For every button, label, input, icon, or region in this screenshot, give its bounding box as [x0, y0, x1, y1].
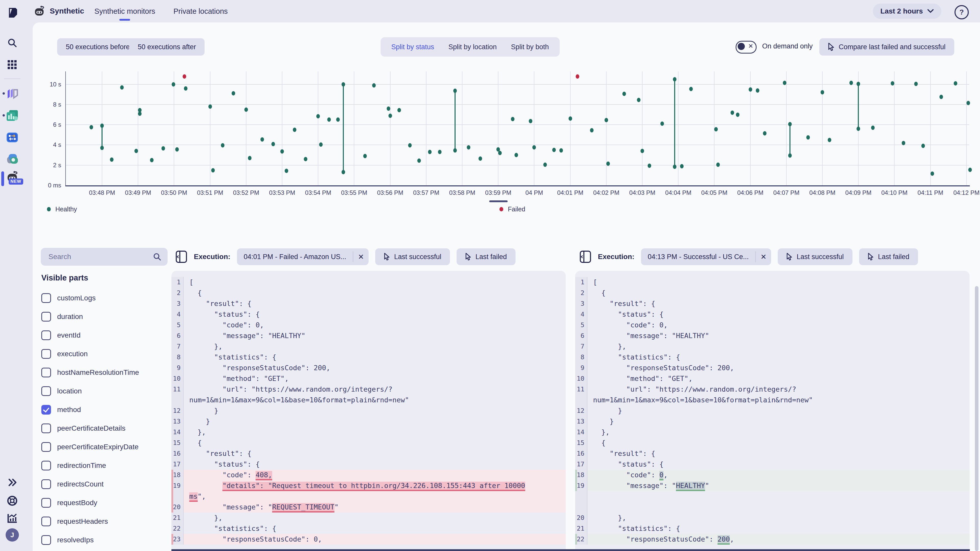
- left-json-diff-panel[interactable]: 1[2 {3 "result": {4 "status": {5 "code":…: [172, 271, 566, 551]
- checkbox-unchecked[interactable]: [41, 312, 51, 322]
- right-json-diff-panel[interactable]: 1[2 {3 "result": {4 "status": {5 "code":…: [575, 271, 970, 551]
- execution-dot-healthy[interactable]: [248, 156, 251, 160]
- collapse-panel-icon[interactable]: [175, 250, 187, 263]
- user-avatar[interactable]: J: [6, 528, 19, 541]
- execution-dot-healthy[interactable]: [871, 126, 875, 130]
- execution-dot-healthy[interactable]: [850, 81, 853, 85]
- filter-item-peerCertificateExpiryDate[interactable]: peerCertificateExpiryDate: [41, 438, 169, 456]
- filter-item-method[interactable]: method: [41, 400, 169, 419]
- execution-dot-healthy[interactable]: [428, 150, 431, 154]
- execution-dot-healthy[interactable]: [211, 168, 215, 172]
- app-dashboards-icon[interactable]: [6, 109, 19, 122]
- expand-rail-icon[interactable]: [6, 476, 19, 489]
- execution-dot-healthy[interactable]: [641, 149, 644, 153]
- execution-dot-healthy[interactable]: [150, 158, 154, 162]
- execution-dot-healthy[interactable]: [921, 144, 925, 148]
- execution-dot-healthy[interactable]: [232, 91, 235, 95]
- execution-dot-failed[interactable]: [576, 75, 579, 79]
- execution-dot-healthy[interactable]: [543, 162, 547, 167]
- execution-dot-healthy[interactable]: [730, 110, 734, 115]
- execution-dot-healthy[interactable]: [175, 148, 179, 152]
- execution-dot-healthy[interactable]: [966, 101, 970, 105]
- filter-item-execution[interactable]: execution: [41, 345, 169, 363]
- execution-dot-healthy[interactable]: [336, 118, 340, 122]
- execution-dot-healthy[interactable]: [689, 87, 693, 91]
- app-services-icon[interactable]: [6, 152, 19, 166]
- execution-dot-healthy[interactable]: [680, 164, 684, 168]
- filter-item-resolvedIps[interactable]: resolvedIps: [41, 530, 169, 549]
- execution-dot-healthy[interactable]: [172, 82, 175, 86]
- search-input[interactable]: [41, 252, 151, 261]
- execution-dot-healthy[interactable]: [293, 128, 296, 132]
- checkbox-unchecked[interactable]: [41, 516, 51, 526]
- app-workflows-icon[interactable]: [6, 130, 19, 144]
- execution-dot-healthy[interactable]: [100, 124, 104, 128]
- execution-dot-healthy[interactable]: [806, 135, 810, 140]
- execution-dot-healthy[interactable]: [714, 127, 718, 132]
- execution-dot-healthy[interactable]: [931, 171, 934, 176]
- execution-dot-healthy[interactable]: [285, 168, 288, 173]
- search-magnifier-icon[interactable]: [153, 252, 161, 261]
- execution-dot-healthy[interactable]: [134, 149, 138, 153]
- execution-dot-healthy[interactable]: [342, 170, 345, 175]
- execution-dot-healthy[interactable]: [408, 143, 412, 148]
- apps-grid-icon[interactable]: [6, 58, 19, 71]
- execution-dot-healthy[interactable]: [184, 86, 188, 91]
- execution-dot-healthy[interactable]: [387, 106, 390, 111]
- left-last-successful-button[interactable]: Last successful: [375, 248, 450, 265]
- usage-chart-icon[interactable]: [6, 511, 19, 525]
- execution-dot-healthy[interactable]: [479, 156, 482, 160]
- app-hub-icon[interactable]: [6, 87, 19, 100]
- checkbox-unchecked[interactable]: [41, 498, 51, 508]
- dynatrace-logo[interactable]: [6, 6, 19, 19]
- execution-dot-healthy[interactable]: [559, 148, 563, 153]
- split-option-split-by-status[interactable]: Split by status: [384, 43, 441, 51]
- execution-dot-healthy[interactable]: [856, 127, 860, 131]
- execution-dot-healthy[interactable]: [372, 83, 376, 87]
- execution-dot-healthy[interactable]: [280, 149, 284, 154]
- execution-dot-healthy[interactable]: [788, 154, 792, 158]
- execution-dot-healthy[interactable]: [467, 145, 470, 150]
- execution-dot-healthy[interactable]: [673, 77, 676, 81]
- execution-dot-healthy[interactable]: [304, 157, 307, 161]
- execution-dot-healthy[interactable]: [821, 90, 824, 95]
- execution-dot-healthy[interactable]: [552, 148, 556, 152]
- execution-dot-healthy[interactable]: [716, 162, 720, 167]
- execution-dot-healthy[interactable]: [529, 119, 532, 124]
- filter-item-hostNameResolutionTime[interactable]: hostNameResolutionTime: [41, 363, 169, 382]
- execution-dot-healthy[interactable]: [438, 150, 442, 154]
- execution-dot-healthy[interactable]: [342, 82, 345, 86]
- execution-dot-healthy[interactable]: [514, 153, 518, 157]
- execution-dot-healthy[interactable]: [914, 82, 918, 86]
- checkbox-unchecked[interactable]: [41, 461, 51, 470]
- time-range-picker[interactable]: Last 2 hours: [873, 3, 941, 19]
- execution-dot-healthy[interactable]: [749, 87, 752, 92]
- execution-dot-healthy[interactable]: [511, 117, 514, 121]
- checkbox-unchecked[interactable]: [41, 368, 51, 377]
- checkbox-unchecked[interactable]: [41, 293, 51, 303]
- execution-dot-healthy[interactable]: [532, 145, 536, 150]
- executions-before-button[interactable]: 50 executions before: [57, 38, 138, 56]
- tab-synthetic-monitors[interactable]: Synthetic monitors: [94, 7, 155, 16]
- checkbox-unchecked[interactable]: [41, 330, 51, 340]
- execution-dot-healthy[interactable]: [939, 95, 943, 99]
- filter-item-requestHeaders[interactable]: requestHeaders: [41, 512, 169, 530]
- execution-dot-healthy[interactable]: [161, 146, 165, 151]
- execution-dot-healthy[interactable]: [271, 142, 275, 146]
- execution-dot-healthy[interactable]: [453, 89, 457, 93]
- execution-dot-healthy[interactable]: [828, 138, 831, 142]
- horizontal-scrollbar[interactable]: [172, 549, 970, 551]
- execution-dot-healthy[interactable]: [569, 116, 572, 121]
- execution-dot-healthy[interactable]: [622, 92, 626, 96]
- tab-private-locations[interactable]: Private locations: [173, 7, 228, 16]
- execution-dot-healthy[interactable]: [968, 168, 972, 172]
- execution-dot-healthy[interactable]: [606, 161, 610, 166]
- filter-item-requestBody[interactable]: requestBody: [41, 493, 169, 512]
- execution-dot-failed[interactable]: [183, 75, 186, 79]
- execution-dot-healthy[interactable]: [319, 142, 323, 147]
- execution-dot-healthy[interactable]: [648, 164, 651, 168]
- help-button[interactable]: ?: [955, 5, 969, 19]
- execution-dot-healthy[interactable]: [363, 154, 367, 158]
- checkbox-unchecked[interactable]: [41, 386, 51, 396]
- search-icon[interactable]: [6, 36, 19, 49]
